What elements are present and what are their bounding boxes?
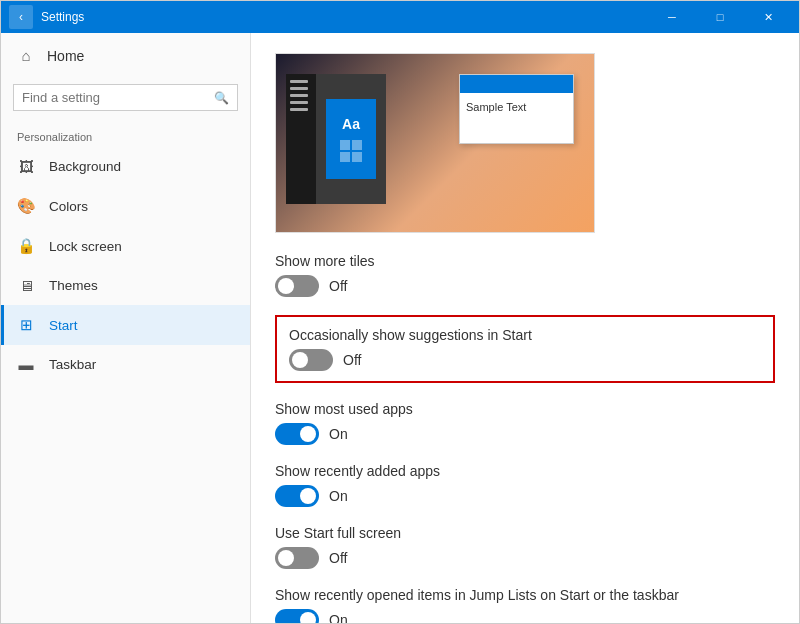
close-button[interactable]: ✕	[745, 1, 791, 33]
show-more-tiles-toggle-row: Off	[275, 275, 775, 297]
setting-full-screen: Use Start full screen Off	[275, 525, 775, 569]
sidebar-item-taskbar-label: Taskbar	[49, 357, 96, 372]
jump-lists-label: Show recently opened items in Jump Lists…	[275, 587, 775, 603]
show-recently-added-toggle[interactable]	[275, 485, 319, 507]
window-title: Settings	[41, 10, 84, 24]
mini-tile	[340, 152, 350, 162]
show-most-used-toggle[interactable]	[275, 423, 319, 445]
mini-tile	[340, 140, 350, 150]
show-more-tiles-value: Off	[329, 278, 347, 294]
show-more-tiles-toggle[interactable]	[275, 275, 319, 297]
minimize-button[interactable]: ─	[649, 1, 695, 33]
search-icon: 🔍	[214, 91, 229, 105]
start-menu-preview: Aa	[286, 74, 386, 204]
sample-text-popup: Sample Text	[459, 74, 574, 144]
setting-show-more-tiles: Show more tiles Off	[275, 253, 775, 297]
show-most-used-value: On	[329, 426, 348, 442]
show-recently-added-toggle-row: On	[275, 485, 775, 507]
mini-tile	[352, 152, 362, 162]
full-screen-label: Use Start full screen	[275, 525, 775, 541]
full-screen-toggle-row: Off	[275, 547, 775, 569]
sample-text-label: Sample Text	[466, 101, 526, 113]
jump-lists-value: On	[329, 612, 348, 623]
toggle-knob	[300, 612, 316, 623]
setting-show-suggestions: Occasionally show suggestions in Start O…	[275, 315, 775, 383]
sidebar-item-start[interactable]: ⊞ Start	[1, 305, 250, 345]
start-left-bar	[286, 74, 316, 204]
sidebar-item-themes[interactable]: 🖥 Themes	[1, 266, 250, 305]
start-icon: ⊞	[17, 316, 35, 334]
home-icon: ⌂	[17, 47, 35, 64]
window-controls: ─ □ ✕	[649, 1, 791, 33]
maximize-button[interactable]: □	[697, 1, 743, 33]
show-more-tiles-label: Show more tiles	[275, 253, 775, 269]
content-area: Aa	[251, 33, 799, 623]
back-button[interactable]: ‹	[9, 5, 33, 29]
bar-dot	[290, 94, 308, 97]
sidebar-item-start-label: Start	[49, 318, 78, 333]
bar-dot	[290, 87, 308, 90]
start-tiles: Aa	[316, 74, 386, 204]
show-most-used-toggle-row: On	[275, 423, 775, 445]
title-bar-left: ‹ Settings	[9, 5, 84, 29]
sidebar-item-taskbar[interactable]: ▬ Taskbar	[1, 345, 250, 384]
aa-tile: Aa	[326, 99, 376, 179]
sidebar-item-colors[interactable]: 🎨 Colors	[1, 186, 250, 226]
settings-window: ‹ Settings ─ □ ✕ ⌂ Home 🔍 Personalizatio…	[0, 0, 800, 624]
popup-header	[460, 75, 573, 93]
toggle-knob	[278, 550, 294, 566]
background-icon: 🖼	[17, 158, 35, 175]
tile-grid	[340, 140, 362, 162]
toggle-knob	[292, 352, 308, 368]
show-suggestions-toggle[interactable]	[289, 349, 333, 371]
setting-jump-lists: Show recently opened items in Jump Lists…	[275, 587, 775, 623]
taskbar-icon: ▬	[17, 356, 35, 373]
mini-tile	[352, 140, 362, 150]
bar-dot	[290, 101, 308, 104]
jump-lists-toggle-row: On	[275, 609, 775, 623]
show-recently-added-value: On	[329, 488, 348, 504]
toggle-knob	[278, 278, 294, 294]
show-most-used-label: Show most used apps	[275, 401, 775, 417]
sidebar-item-lock-screen-label: Lock screen	[49, 239, 122, 254]
popup-body: Sample Text	[460, 93, 573, 121]
main-content: ⌂ Home 🔍 Personalization 🖼 Background 🎨 …	[1, 33, 799, 623]
colors-icon: 🎨	[17, 197, 35, 215]
sidebar-item-themes-label: Themes	[49, 278, 98, 293]
full-screen-toggle[interactable]	[275, 547, 319, 569]
sidebar: ⌂ Home 🔍 Personalization 🖼 Background 🎨 …	[1, 33, 251, 623]
jump-lists-toggle[interactable]	[275, 609, 319, 623]
home-label: Home	[47, 48, 84, 64]
show-suggestions-value: Off	[343, 352, 361, 368]
lock-screen-icon: 🔒	[17, 237, 35, 255]
sidebar-item-background[interactable]: 🖼 Background	[1, 147, 250, 186]
show-recently-added-label: Show recently added apps	[275, 463, 775, 479]
setting-show-most-used: Show most used apps On	[275, 401, 775, 445]
search-box[interactable]: 🔍	[13, 84, 238, 111]
show-suggestions-label: Occasionally show suggestions in Start	[289, 327, 761, 343]
toggle-knob	[300, 426, 316, 442]
sidebar-category: Personalization	[1, 123, 250, 147]
title-bar: ‹ Settings ─ □ ✕	[1, 1, 799, 33]
bar-dot	[290, 108, 308, 111]
sidebar-item-home[interactable]: ⌂ Home	[1, 33, 250, 78]
full-screen-value: Off	[329, 550, 347, 566]
sidebar-item-background-label: Background	[49, 159, 121, 174]
sidebar-item-colors-label: Colors	[49, 199, 88, 214]
search-input[interactable]	[22, 90, 208, 105]
themes-icon: 🖥	[17, 277, 35, 294]
setting-show-recently-added: Show recently added apps On	[275, 463, 775, 507]
sidebar-item-lock-screen[interactable]: 🔒 Lock screen	[1, 226, 250, 266]
show-suggestions-toggle-row: Off	[289, 349, 761, 371]
start-preview-image: Aa	[275, 53, 595, 233]
toggle-knob	[300, 488, 316, 504]
bar-dot	[290, 80, 308, 83]
